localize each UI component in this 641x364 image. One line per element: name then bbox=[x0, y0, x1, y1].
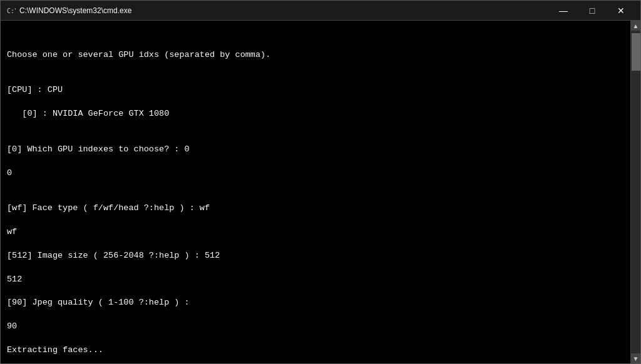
terminal-line: Extracting faces... bbox=[7, 345, 624, 356]
svg-text:C:\: C:\ bbox=[7, 8, 16, 14]
window-controls: — □ ✕ bbox=[549, 1, 635, 21]
window-content: Choose one or several GPU idxs (separate… bbox=[1, 21, 640, 363]
terminal-output[interactable]: Choose one or several GPU idxs (separate… bbox=[1, 21, 630, 363]
scrollbar-thumb[interactable] bbox=[632, 33, 640, 71]
terminal-line: [512] Image size ( 256-2048 ?:help ) : 5… bbox=[7, 250, 624, 262]
terminal-line: Choose one or several GPU idxs (separate… bbox=[7, 49, 624, 61]
terminal-line: 0 bbox=[7, 168, 624, 179]
scroll-up-arrow[interactable]: ▲ bbox=[631, 21, 641, 31]
terminal-line: 90 bbox=[7, 321, 624, 333]
terminal-line: [0] : NVIDIA GeForce GTX 1080 bbox=[7, 108, 624, 120]
scroll-down-arrow[interactable]: ▼ bbox=[631, 353, 641, 363]
terminal-line: 512 bbox=[7, 274, 624, 286]
minimize-button[interactable]: — bbox=[549, 1, 578, 21]
scrollbar[interactable]: ▲ ▼ bbox=[630, 21, 640, 363]
titlebar: C:\ C:\WINDOWS\system32\cmd.exe — □ ✕ bbox=[1, 1, 640, 21]
cmd-icon: C:\ bbox=[6, 6, 16, 16]
terminal-line: [wf] Face type ( f/wf/head ?:help ) : wf bbox=[7, 203, 624, 215]
scrollbar-track[interactable] bbox=[631, 31, 640, 353]
close-button[interactable]: ✕ bbox=[607, 1, 635, 21]
cmd-window: C:\ C:\WINDOWS\system32\cmd.exe — □ ✕ Ch… bbox=[0, 0, 641, 364]
terminal-line: [CPU] : CPU bbox=[7, 84, 624, 96]
window-title: C:\WINDOWS\system32\cmd.exe bbox=[19, 6, 549, 15]
maximize-button[interactable]: □ bbox=[578, 1, 607, 21]
terminal-line: [0] Which GPU indexes to choose? : 0 bbox=[7, 144, 624, 156]
terminal-line: [90] Jpeg quality ( 1-100 ?:help ) : bbox=[7, 297, 624, 309]
terminal-line: wf bbox=[7, 226, 624, 238]
